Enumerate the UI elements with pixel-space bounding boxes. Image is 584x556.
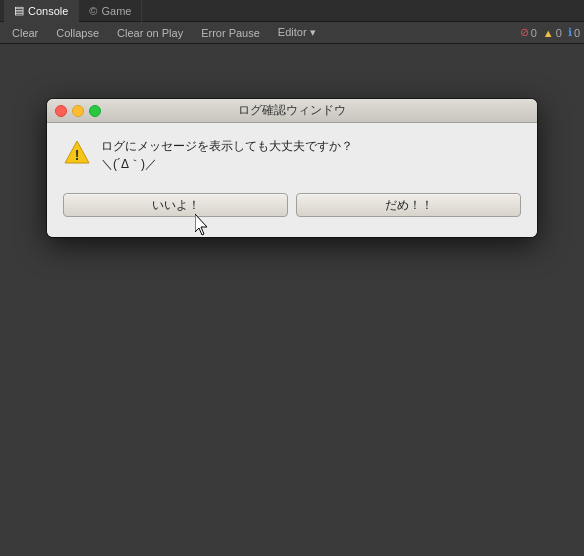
error-badge: ⊘ 0 bbox=[520, 26, 537, 39]
maximize-button[interactable] bbox=[89, 105, 101, 117]
tab-console[interactable]: ▤ Console bbox=[4, 0, 79, 22]
svg-text:!: ! bbox=[75, 147, 80, 163]
warn-badge: ▲ 0 bbox=[543, 27, 562, 39]
warn-count: 0 bbox=[556, 27, 562, 39]
info-icon: ℹ bbox=[568, 26, 572, 39]
tab-console-label: Console bbox=[28, 5, 68, 17]
minimize-button[interactable] bbox=[72, 105, 84, 117]
close-button[interactable] bbox=[55, 105, 67, 117]
error-icon: ⊘ bbox=[520, 26, 529, 39]
toolbar: Clear Collapse Clear on Play Error Pause… bbox=[0, 22, 584, 44]
dialog-title: ログ確認ウィンドウ bbox=[238, 102, 346, 119]
dialog-message-row: ! ログにメッセージを表示しても大丈夫ですか？ ＼(´Δ｀)／ bbox=[63, 137, 521, 173]
warn-icon: ▲ bbox=[543, 27, 554, 39]
tab-bar: ▤ Console © Game bbox=[0, 0, 584, 22]
game-icon: © bbox=[89, 5, 97, 17]
error-pause-button[interactable]: Error Pause bbox=[193, 24, 268, 42]
dialog-message-line2: ＼(´Δ｀)／ bbox=[101, 155, 353, 173]
clear-button[interactable]: Clear bbox=[4, 24, 46, 42]
main-area: ログ確認ウィンドウ ! ログにメッセージを表示しても大丈夫ですか？ ＼(´Δ｀)… bbox=[0, 44, 584, 556]
toolbar-right: ⊘ 0 ▲ 0 ℹ 0 bbox=[520, 26, 580, 39]
collapse-button[interactable]: Collapse bbox=[48, 24, 107, 42]
console-icon: ▤ bbox=[14, 4, 24, 17]
dialog-window: ログ確認ウィンドウ ! ログにメッセージを表示しても大丈夫ですか？ ＼(´Δ｀)… bbox=[47, 99, 537, 237]
yes-button[interactable]: いいよ！ bbox=[63, 193, 288, 217]
info-count: 0 bbox=[574, 27, 580, 39]
error-count: 0 bbox=[531, 27, 537, 39]
clear-on-play-button[interactable]: Clear on Play bbox=[109, 24, 191, 42]
dialog-message-line1: ログにメッセージを表示しても大丈夫ですか？ bbox=[101, 137, 353, 155]
no-button[interactable]: だめ！！ bbox=[296, 193, 521, 217]
dialog-buttons: いいよ！ だめ！！ bbox=[63, 189, 521, 223]
info-badge: ℹ 0 bbox=[568, 26, 580, 39]
traffic-lights bbox=[55, 105, 101, 117]
warning-icon: ! bbox=[63, 139, 91, 167]
tab-game[interactable]: © Game bbox=[79, 0, 142, 22]
tab-game-label: Game bbox=[101, 5, 131, 17]
dialog-message: ログにメッセージを表示しても大丈夫ですか？ ＼(´Δ｀)／ bbox=[101, 137, 353, 173]
editor-button[interactable]: Editor ▾ bbox=[270, 24, 324, 42]
dialog-body: ! ログにメッセージを表示しても大丈夫ですか？ ＼(´Δ｀)／ いいよ！ だめ！… bbox=[47, 123, 537, 237]
dialog-titlebar: ログ確認ウィンドウ bbox=[47, 99, 537, 123]
